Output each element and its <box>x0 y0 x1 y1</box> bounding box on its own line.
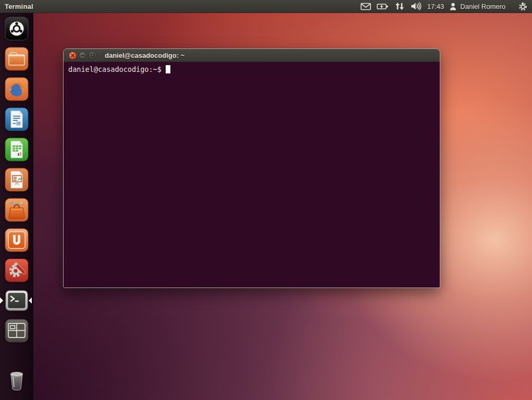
active-app-title[interactable]: Terminal <box>0 3 33 10</box>
launcher-item-terminal[interactable] <box>4 288 29 313</box>
unity-launcher <box>0 13 33 400</box>
clock[interactable]: 17:43 <box>427 3 444 10</box>
firefox-icon <box>4 77 29 102</box>
indicator-tray: 17:43 Daniel Romero <box>361 2 532 11</box>
settings-gear-wrench-icon <box>4 258 29 283</box>
launcher-item-libreoffice-calc[interactable] <box>4 137 29 162</box>
close-button[interactable] <box>69 52 77 59</box>
terminal-window: daniel@casadocodigo: ~ daniel@casadocodi… <box>63 48 440 288</box>
volume-icon[interactable] <box>411 2 422 10</box>
user-silhouette-icon[interactable] <box>450 3 456 10</box>
mail-envelope-icon[interactable] <box>361 3 371 10</box>
launcher-item-workspace-switcher[interactable] <box>4 318 29 343</box>
network-updown-icon[interactable] <box>394 2 405 10</box>
calc-spreadsheet-icon <box>4 137 29 162</box>
ubuntu-one-u-icon <box>4 228 29 253</box>
launcher-item-system-settings[interactable] <box>4 258 29 283</box>
launcher-item-libreoffice-writer[interactable] <box>4 107 29 132</box>
battery-charging-icon[interactable] <box>377 3 389 10</box>
ubuntu-dash-icon <box>4 16 29 41</box>
session-gear-icon[interactable] <box>518 2 527 11</box>
terminal-content[interactable]: daniel@casadocodigo:~$ <box>64 62 440 288</box>
running-indicator-arrow <box>0 297 3 304</box>
trash-can-icon <box>4 368 29 393</box>
files-folder-icon <box>4 46 29 71</box>
software-center-bag-icon <box>4 197 29 222</box>
writer-document-icon <box>4 107 29 132</box>
workspace-grid-icon <box>4 318 29 343</box>
minimize-button[interactable] <box>79 52 86 59</box>
launcher-item-ubuntu-one[interactable] <box>4 228 29 253</box>
launcher-item-software-center[interactable] <box>4 197 29 222</box>
launcher-item-files[interactable] <box>4 46 29 71</box>
maximize-button[interactable] <box>89 52 96 59</box>
launcher-item-firefox[interactable] <box>4 77 29 102</box>
launcher-item-trash[interactable] <box>4 368 29 393</box>
desktop: Terminal <box>0 0 532 400</box>
shell-prompt: daniel@casadocodigo:~$ <box>68 65 162 73</box>
terminal-cursor <box>166 65 170 73</box>
user-menu[interactable]: Daniel Romero <box>460 3 505 10</box>
launcher-item-dash-home[interactable] <box>4 16 29 41</box>
terminal-prompt-icon <box>4 288 29 313</box>
top-panel: Terminal <box>0 0 532 13</box>
window-titlebar[interactable]: daniel@casadocodigo: ~ <box>64 49 440 62</box>
launcher-item-libreoffice-impress[interactable] <box>4 167 29 192</box>
impress-presentation-icon <box>4 167 29 192</box>
window-title: daniel@casadocodigo: ~ <box>105 52 184 59</box>
